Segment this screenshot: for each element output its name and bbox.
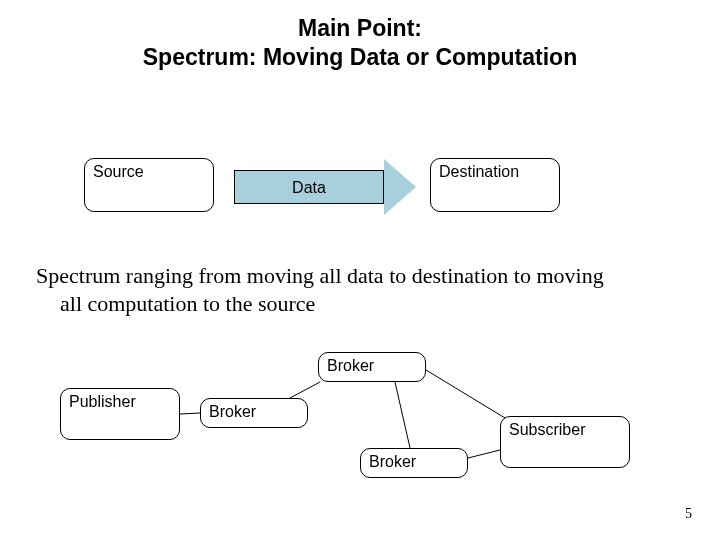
svg-line-0: [180, 413, 200, 414]
title-line-1: Main Point:: [298, 15, 422, 41]
slide-title: Main Point: Spectrum: Moving Data or Com…: [0, 14, 720, 72]
box-subscriber-label: Subscriber: [509, 421, 585, 438]
box-destination: Destination: [430, 158, 560, 212]
box-broker-2: Broker: [318, 352, 426, 382]
svg-line-2: [395, 382, 410, 448]
box-broker-1-label: Broker: [209, 403, 256, 420]
box-source-label: Source: [93, 163, 144, 180]
svg-line-1: [290, 382, 320, 398]
box-broker-1: Broker: [200, 398, 308, 428]
arrow-data-label: Data: [292, 179, 326, 196]
box-publisher: Publisher: [60, 388, 180, 440]
box-broker-2-label: Broker: [327, 357, 374, 374]
page-number: 5: [685, 506, 692, 522]
arrow-data: Data: [234, 170, 384, 204]
svg-line-3: [426, 370, 505, 418]
box-destination-label: Destination: [439, 163, 519, 180]
caption-line-1: Spectrum ranging from moving all data to…: [36, 263, 604, 288]
box-subscriber: Subscriber: [500, 416, 630, 468]
svg-line-4: [468, 450, 500, 458]
slide-caption: Spectrum ranging from moving all data to…: [36, 262, 676, 317]
box-source: Source: [84, 158, 214, 212]
box-broker-3: Broker: [360, 448, 468, 478]
box-broker-3-label: Broker: [369, 453, 416, 470]
box-publisher-label: Publisher: [69, 393, 136, 410]
arrow-head-icon: [384, 159, 416, 215]
title-line-2: Spectrum: Moving Data or Computation: [143, 44, 577, 70]
caption-line-2: all computation to the source: [36, 290, 676, 318]
